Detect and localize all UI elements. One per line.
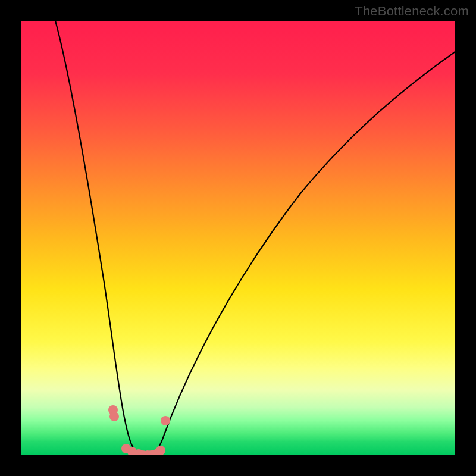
bottleneck-curve — [55, 21, 455, 455]
highlight-points — [108, 405, 170, 455]
svg-point-11 — [161, 416, 170, 425]
chart-frame: TheBottleneck.com — [0, 0, 476, 476]
curve-layer — [21, 21, 455, 455]
plot-area — [21, 21, 455, 455]
svg-point-10 — [156, 446, 165, 455]
svg-point-1 — [109, 412, 119, 421]
watermark-text: TheBottleneck.com — [355, 4, 469, 19]
